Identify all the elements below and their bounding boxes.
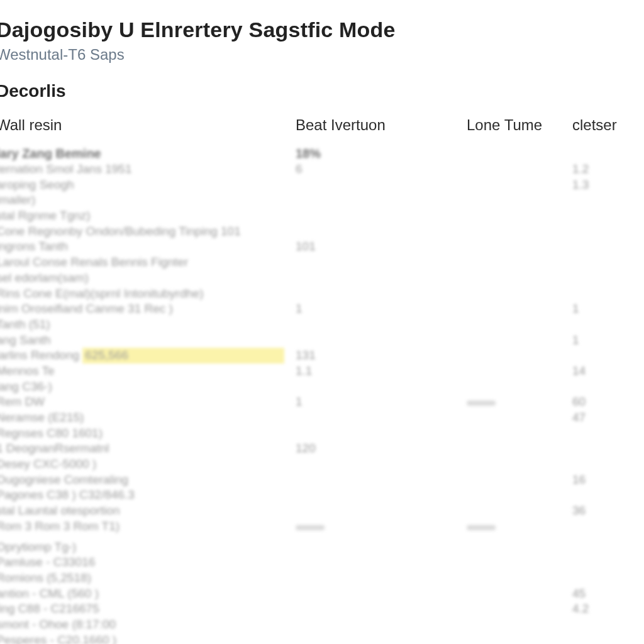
cell-c2 [296, 633, 467, 644]
col-header-wall-resin: Wall resin [0, 113, 296, 145]
cell-wall-resin: aroping Seogh [0, 177, 296, 193]
cell-c2: 101 [296, 239, 467, 255]
cell-c3 [467, 301, 572, 317]
cell-c2: 1.1 [296, 364, 467, 379]
cell-wall-resin: ang Santh [0, 333, 296, 348]
dash-icon [296, 525, 325, 530]
cell-c2: 131 [296, 348, 467, 364]
cell-c2 [296, 255, 467, 270]
cell-c2 [296, 586, 467, 602]
col-header-lone-tume: Lone Tume [467, 113, 572, 145]
highlighted-value: 625,566 [82, 348, 131, 364]
cell-wall-resin: lary Zang Bemine [0, 145, 296, 162]
cell-c2 [296, 333, 467, 348]
cell-c3 [467, 270, 572, 286]
cell-c2 [296, 487, 467, 503]
cell-wall-resin: Desey CXC-5000 ) [0, 457, 296, 472]
cell-c2 [296, 192, 467, 208]
cell-wall-resin: ingrons Tanth [0, 239, 296, 255]
cell-wall-resin: imailer) [0, 192, 296, 208]
table-row: larlins Rendong 625,566131 [0, 348, 644, 364]
cell-c4 [572, 379, 644, 395]
cell-wall-resin: Cone Regnonby Ondon/Bubeding Tinping 101 [0, 224, 296, 240]
cell-c4 [572, 570, 644, 586]
table-row: lary Zang Bemine18% [0, 145, 644, 162]
cell-c4 [572, 192, 644, 208]
cell-c3 [467, 570, 572, 586]
dash-icon [467, 525, 496, 530]
cell-c3 [467, 472, 572, 488]
table-row: Ougogniese Comteraling16 [0, 472, 644, 488]
table-row: Pesperes - C20.1660 ) [0, 633, 644, 644]
cell-wall-resin: Pamluse - C33016 [0, 555, 296, 570]
cell-c3 [467, 394, 572, 410]
cell-wall-resin: Laroul Conse Renals Bennis Fignter [0, 255, 296, 270]
cell-c2 [296, 570, 467, 586]
cell-c2 [296, 601, 467, 617]
cell-c3 [467, 555, 572, 570]
cell-c2 [296, 555, 467, 570]
table-row: 1 DeognanRsermatnl120 [0, 441, 644, 457]
cell-c3 [467, 487, 572, 503]
cell-c3 [467, 364, 572, 379]
cell-wall-resin: sel edorlam(sam) [0, 270, 296, 286]
cell-c4 [572, 208, 644, 224]
cell-c3 [467, 633, 572, 644]
cell-wall-resin: stal Rgnme Tgnz) [0, 208, 296, 224]
cell-c4 [572, 270, 644, 286]
cell-c3 [467, 540, 572, 555]
cell-wall-resin: Rem DW [0, 394, 296, 410]
cell-c3 [467, 145, 572, 162]
cell-c4 [572, 441, 644, 457]
table-row: ang Santh1 [0, 333, 644, 348]
cell-wall-resin: 1 DeognanRsermatnl [0, 441, 296, 457]
cell-c2 [296, 270, 467, 286]
cell-wall-resin: ling C88 - C216675 [0, 601, 296, 617]
cell-c3 [467, 286, 572, 302]
cell-c2 [296, 457, 467, 472]
cell-c2 [296, 472, 467, 488]
table-row: lnim Oroseifiand Canme 31 Rec )11 [0, 301, 644, 317]
cell-c2 [296, 540, 467, 555]
table-row: Laroul Conse Renals Bennis Fignter [0, 255, 644, 270]
col-header-beat-ivertuon: Beat Ivertuon [296, 113, 467, 145]
cell-wall-resin: Regnses C80 1601) [0, 426, 296, 441]
page-subtitle: Westnutal-T6 Saps [0, 46, 644, 64]
cell-c4 [572, 426, 644, 441]
cell-wall-resin: Romions (5,2518) [0, 570, 296, 586]
table-row: stal Rgnme Tgnz) [0, 208, 644, 224]
cell-wall-resin: Mennos Te [0, 364, 296, 379]
cell-c3 [467, 317, 572, 333]
cell-c3 [467, 441, 572, 457]
cell-c4 [572, 317, 644, 333]
data-table: Wall resin Beat Ivertuon Lone Tume clets… [0, 113, 644, 644]
cell-c2 [296, 617, 467, 633]
cell-c4 [572, 239, 644, 255]
table-row: Rem DW160 [0, 394, 644, 410]
cell-c2 [296, 286, 467, 302]
table-row: ternation Smol Jans 195161.2 [0, 162, 644, 177]
cell-c4 [572, 487, 644, 503]
cell-c2: 120 [296, 441, 467, 457]
cell-c4: 14 [572, 364, 644, 379]
table-row: Rins Cone E(mal)(sprnl Intonitubyrdhe) [0, 286, 644, 302]
cell-c4 [572, 145, 644, 162]
cell-c2 [296, 224, 467, 240]
cell-wall-resin: antion - CML (560 ) [0, 586, 296, 602]
cell-c3 [467, 239, 572, 255]
cell-c3 [467, 177, 572, 193]
table-row: Rom 3 Rom 3 Rom T1) [0, 519, 644, 535]
table-header-row: Wall resin Beat Ivertuon Lone Tume clets… [0, 113, 644, 145]
cell-wall-resin: Pesperes - C20.1660 ) [0, 633, 296, 644]
table-row: smont - Ohoe (8:17:00 [0, 617, 644, 633]
cell-wall-resin: Neramse (E215) [0, 410, 296, 426]
cell-c4 [572, 457, 644, 472]
cell-c3 [467, 192, 572, 208]
cell-wall-resin: lang C36-) [0, 379, 296, 395]
cell-c4 [572, 224, 644, 240]
cell-wall-resin: Oprytiomp Tg-) [0, 540, 296, 555]
table-row: Pagones C38 ) C32/846.3 [0, 487, 644, 503]
cell-c4 [572, 519, 644, 535]
cell-wall-resin: Rins Cone E(mal)(sprnl Intonitubyrdhe) [0, 286, 296, 302]
cell-c4: 4.2 [572, 601, 644, 617]
